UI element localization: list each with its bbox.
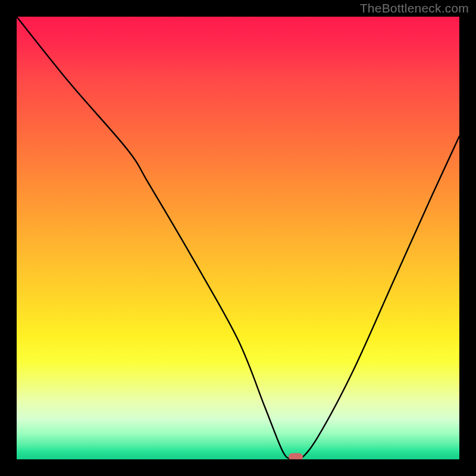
- watermark-text: TheBottleneck.com: [360, 1, 469, 15]
- target-marker: [289, 453, 303, 459]
- plot-area: [17, 17, 459, 459]
- curve-path: [17, 17, 459, 459]
- bottleneck-curve: [17, 17, 459, 459]
- chart-frame: TheBottleneck.com: [0, 0, 476, 476]
